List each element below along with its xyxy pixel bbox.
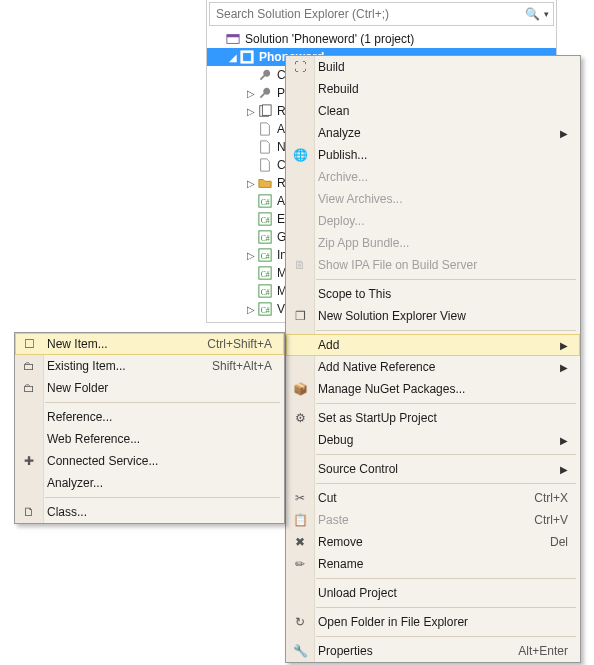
menu-analyzer[interactable]: Analyzer...: [15, 472, 284, 494]
menu-view-archives: View Archives...: [286, 188, 580, 210]
submenu-arrow-icon: ▶: [552, 362, 568, 373]
add-submenu: ☐New Item...Ctrl+Shift+A🗀Existing Item..…: [14, 332, 285, 524]
svg-text:C#: C#: [261, 216, 270, 225]
menu-new-item[interactable]: ☐New Item...Ctrl+Shift+A: [15, 333, 284, 355]
menu-label: Build: [318, 60, 568, 74]
svg-rect-1: [227, 35, 239, 38]
menu-rebuild[interactable]: Rebuild: [286, 78, 580, 100]
menu-label: View Archives...: [318, 192, 568, 206]
search-icon[interactable]: 🔍: [525, 7, 540, 21]
project-context-menu: ⛶BuildRebuildCleanAnalyze▶🌐Publish...Arc…: [285, 55, 581, 663]
build-icon: ⛶: [290, 60, 310, 74]
menu-clean[interactable]: Clean: [286, 100, 580, 122]
menu-web-reference[interactable]: Web Reference...: [15, 428, 284, 450]
expand-icon[interactable]: ▷: [245, 106, 257, 117]
menu-analyze[interactable]: Analyze▶: [286, 122, 580, 144]
nuget-icon: 📦: [290, 382, 310, 396]
submenu-arrow-icon: ▶: [552, 464, 568, 475]
expand-icon[interactable]: ▷: [245, 88, 257, 99]
globe-icon: 🌐: [290, 148, 310, 162]
menu-label: Source Control: [318, 462, 552, 476]
menu-properties[interactable]: 🔧PropertiesAlt+Enter: [286, 640, 580, 662]
expand-icon[interactable]: ▷: [245, 304, 257, 315]
menu-add[interactable]: Add▶: [286, 334, 580, 356]
menu-connected-svc[interactable]: ✚Connected Service...: [15, 450, 284, 472]
menu-label: Manage NuGet Packages...: [318, 382, 568, 396]
menu-debug[interactable]: Debug▶: [286, 429, 580, 451]
menu-label: New Folder: [47, 381, 272, 395]
separator: [316, 279, 576, 280]
menu-cut[interactable]: ✂CutCtrl+X: [286, 487, 580, 509]
shortcut: Ctrl+V: [514, 513, 568, 527]
item-icon: C#: [257, 283, 273, 299]
menu-label: Clean: [318, 104, 568, 118]
menu-label: Unload Project: [318, 586, 568, 600]
item-icon: [257, 67, 273, 83]
search-box[interactable]: 🔍 ▾: [209, 2, 554, 26]
item-icon: C#: [257, 247, 273, 263]
class-icon: 🗋: [19, 505, 39, 519]
expand-icon[interactable]: ▷: [245, 178, 257, 189]
solution-node[interactable]: Solution 'Phoneword' (1 project): [207, 30, 556, 48]
menu-label: Remove: [318, 535, 530, 549]
menu-unload-project[interactable]: Unload Project: [286, 582, 580, 604]
menu-open-folder[interactable]: ↻Open Folder in File Explorer: [286, 611, 580, 633]
menu-show-ipa: 🗎Show IPA File on Build Server: [286, 254, 580, 276]
svg-rect-3: [243, 53, 252, 62]
separator: [316, 578, 576, 579]
search-dropdown-icon[interactable]: ▾: [540, 9, 549, 19]
menu-reference[interactable]: Reference...: [15, 406, 284, 428]
svg-text:C#: C#: [261, 306, 270, 315]
paste-icon: 📋: [290, 513, 310, 527]
menu-class[interactable]: 🗋Class...: [15, 501, 284, 523]
solution-icon: [225, 31, 241, 47]
item-icon: [257, 157, 273, 173]
menu-label: Debug: [318, 433, 552, 447]
menu-publish[interactable]: 🌐Publish...: [286, 144, 580, 166]
solution-label: Solution 'Phoneword' (1 project): [243, 32, 414, 46]
menu-remove[interactable]: ✖RemoveDel: [286, 531, 580, 553]
connected-icon: ✚: [19, 454, 39, 468]
menu-label: Rename: [318, 557, 568, 571]
open-folder-icon: ↻: [290, 615, 310, 629]
menu-source-control[interactable]: Source Control▶: [286, 458, 580, 480]
expand-icon[interactable]: ◢: [227, 52, 239, 63]
menu-new-folder[interactable]: 🗀New Folder: [15, 377, 284, 399]
menu-label: Reference...: [47, 410, 272, 424]
search-input[interactable]: [214, 6, 525, 22]
menu-label: Deploy...: [318, 214, 568, 228]
menu-build[interactable]: ⛶Build: [286, 56, 580, 78]
item-icon: C#: [257, 193, 273, 209]
menu-scope-to-this[interactable]: Scope to This: [286, 283, 580, 305]
menu-rename[interactable]: ✏Rename: [286, 553, 580, 575]
menu-add-native-ref[interactable]: Add Native Reference▶: [286, 356, 580, 378]
item-icon: [257, 103, 273, 119]
menu-label: Publish...: [318, 148, 568, 162]
menu-label: New Solution Explorer View: [318, 309, 568, 323]
menu-archive: Archive...: [286, 166, 580, 188]
item-icon: C#: [257, 211, 273, 227]
menu-label: New Item...: [47, 337, 187, 351]
svg-text:C#: C#: [261, 234, 270, 243]
item-icon: [257, 175, 273, 191]
remove-icon: ✖: [290, 535, 310, 549]
submenu-arrow-icon: ▶: [552, 435, 568, 446]
menu-manage-nuget[interactable]: 📦Manage NuGet Packages...: [286, 378, 580, 400]
menu-label: Set as StartUp Project: [318, 411, 568, 425]
menu-label: Rebuild: [318, 82, 568, 96]
separator: [316, 454, 576, 455]
separator: [316, 403, 576, 404]
menu-set-startup[interactable]: ⚙Set as StartUp Project: [286, 407, 580, 429]
cut-icon: ✂: [290, 491, 310, 505]
menu-label: Show IPA File on Build Server: [318, 258, 568, 272]
menu-deploy: Deploy...: [286, 210, 580, 232]
new-folder-icon: 🗀: [19, 381, 39, 395]
menu-new-se-view[interactable]: ❐New Solution Explorer View: [286, 305, 580, 327]
doc-icon: 🗎: [290, 258, 310, 272]
menu-label: Add Native Reference: [318, 360, 552, 374]
separator: [316, 607, 576, 608]
menu-existing-item[interactable]: 🗀Existing Item...Shift+Alt+A: [15, 355, 284, 377]
menu-label: Properties: [318, 644, 498, 658]
separator: [316, 636, 576, 637]
expand-icon[interactable]: ▷: [245, 250, 257, 261]
